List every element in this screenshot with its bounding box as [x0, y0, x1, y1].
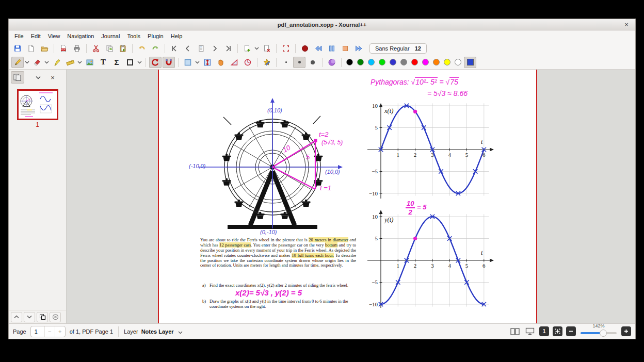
- page-number-value[interactable]: 1: [31, 328, 44, 335]
- color-swatch-ffffff[interactable]: [455, 59, 461, 65]
- highlighter-tool-button[interactable]: [51, 57, 63, 68]
- ruler-dropdown-icon[interactable]: [77, 57, 82, 68]
- add-page-dropdown-icon[interactable]: [254, 43, 259, 54]
- print-button[interactable]: [71, 43, 83, 54]
- svg-text:5: 5: [375, 235, 378, 241]
- svg-text:5: 5: [375, 124, 378, 130]
- eraser-tool-button[interactable]: [31, 57, 43, 68]
- undo-icon[interactable]: [136, 43, 148, 54]
- open-document-button[interactable]: [38, 43, 51, 54]
- goto-page-button[interactable]: [195, 43, 207, 54]
- menu-file[interactable]: File: [11, 31, 27, 41]
- record-audio-icon[interactable]: [299, 43, 311, 54]
- pen-size-thick-button[interactable]: [307, 57, 319, 68]
- menu-help[interactable]: Help: [167, 31, 186, 41]
- redo-icon[interactable]: [149, 43, 162, 54]
- page-up-button[interactable]: [11, 312, 22, 322]
- insert-image-button[interactable]: [84, 57, 96, 68]
- sidebar-close-icon[interactable]: ×: [46, 71, 59, 84]
- layer-dropdown-icon[interactable]: [178, 327, 183, 336]
- last-page-button[interactable]: [222, 43, 234, 54]
- color-swatch-ffff00[interactable]: [444, 59, 450, 65]
- color-swatch-008000[interactable]: [357, 59, 364, 65]
- pen-size-fine-button[interactable]: [280, 57, 292, 68]
- menu-journal[interactable]: Journal: [98, 31, 123, 41]
- fullscreen-icon[interactable]: [280, 43, 292, 54]
- duplicate-page-button[interactable]: [37, 312, 48, 322]
- menu-tools[interactable]: Tools: [123, 31, 144, 41]
- document-canvas[interactable]: Pythagoras: √10²- 5² = √75 = 5√3 ≈ 8.66 …: [67, 70, 635, 323]
- presentation-mode-icon[interactable]: [524, 326, 536, 337]
- grid-snap-button[interactable]: [163, 57, 175, 68]
- ruler-tool-button[interactable]: [64, 57, 76, 68]
- color-swatch-000000[interactable]: [346, 59, 353, 65]
- rotation-snap-button[interactable]: [149, 57, 162, 68]
- next-page-button[interactable]: [208, 43, 221, 54]
- color-swatch-ff00ff[interactable]: [422, 59, 429, 65]
- sidebar-pages-tab[interactable]: [11, 71, 24, 84]
- save-button[interactable]: [11, 43, 24, 54]
- color-swatch-ff8000[interactable]: [433, 59, 440, 65]
- hand-tool-button[interactable]: [215, 57, 227, 68]
- select-rect-button[interactable]: [182, 57, 194, 68]
- color-swatch-808080[interactable]: [400, 59, 407, 65]
- page-increment-button[interactable]: +: [55, 326, 65, 337]
- page-spinbox[interactable]: 1 − +: [30, 326, 66, 337]
- menu-navigation[interactable]: Navigation: [63, 31, 98, 41]
- title-bar[interactable]: pdf_annotation.xopp - Xournal++ ×: [9, 19, 635, 30]
- shape-tool-button[interactable]: [124, 57, 136, 68]
- zoom-slider-knob[interactable]: [600, 330, 607, 337]
- add-page-button[interactable]: [241, 43, 253, 54]
- previous-page-button[interactable]: [182, 43, 194, 54]
- rewind-icon[interactable]: [312, 43, 325, 54]
- menu-edit[interactable]: Edit: [27, 31, 44, 41]
- first-page-button[interactable]: [168, 43, 181, 54]
- svg-text:y(t): y(t): [383, 216, 393, 223]
- vertical-space-button[interactable]: [201, 57, 214, 68]
- fill-toggle-button[interactable]: [326, 57, 338, 68]
- page-decrement-button[interactable]: −: [44, 326, 55, 337]
- color-swatch-3333cc[interactable]: [390, 59, 396, 65]
- pen-tool-button[interactable]: [11, 57, 24, 68]
- pen-dropdown-icon[interactable]: [24, 57, 29, 68]
- close-window-icon[interactable]: ×: [622, 20, 631, 29]
- cut-icon[interactable]: [90, 43, 102, 54]
- text-tool-button[interactable]: T: [97, 57, 109, 68]
- setsquare-tool-button[interactable]: [228, 57, 240, 68]
- delete-page-sidebar-button[interactable]: [50, 312, 61, 322]
- layer-selector[interactable]: Notes Layer: [141, 328, 174, 335]
- pause-icon[interactable]: [326, 43, 338, 54]
- zoom-out-button[interactable]: [566, 326, 576, 336]
- shape-recognizer-button[interactable]: [261, 57, 273, 68]
- eraser-dropdown-icon[interactable]: [44, 57, 49, 68]
- zoom-in-button[interactable]: [621, 326, 631, 336]
- stop-icon[interactable]: [339, 43, 351, 54]
- pdf-page[interactable]: Pythagoras: √10²- 5² = √75 = 5√3 ≈ 8.66 …: [158, 70, 537, 323]
- color-swatch-00c0ff[interactable]: [368, 59, 375, 65]
- pen-size-medium-button[interactable]: [293, 57, 305, 68]
- page-thumbnail[interactable]: [17, 89, 58, 120]
- paste-icon[interactable]: [117, 43, 129, 54]
- compass-tool-button[interactable]: [242, 57, 254, 68]
- color-swatch-ff0000[interactable]: [411, 59, 418, 65]
- export-pdf-button[interactable]: PDF: [57, 43, 70, 54]
- dual-page-view-icon[interactable]: [509, 326, 521, 337]
- forward-icon[interactable]: [352, 43, 365, 54]
- zoom-fit-button[interactable]: [553, 326, 562, 336]
- color-swatch-00e000[interactable]: [379, 59, 385, 65]
- page-down-button[interactable]: [24, 312, 35, 322]
- delete-page-button[interactable]: [261, 43, 273, 54]
- tex-tool-icon: Σ: [114, 58, 119, 67]
- copy-icon[interactable]: [103, 43, 116, 54]
- menu-plugin[interactable]: Plugin: [144, 31, 167, 41]
- menu-view[interactable]: View: [44, 31, 64, 41]
- sidebar-dropdown-icon[interactable]: [31, 71, 45, 84]
- zoom-slider[interactable]: 142%: [581, 325, 617, 338]
- shape-dropdown-icon[interactable]: [137, 57, 142, 68]
- font-button[interactable]: Sans Regular 12: [369, 43, 427, 54]
- color-picker-button[interactable]: [464, 57, 476, 68]
- select-dropdown-icon[interactable]: [195, 57, 200, 68]
- new-document-button[interactable]: [25, 43, 37, 54]
- tex-tool-button[interactable]: Σ: [110, 57, 123, 68]
- one-page-zoom-button[interactable]: 1: [539, 326, 549, 336]
